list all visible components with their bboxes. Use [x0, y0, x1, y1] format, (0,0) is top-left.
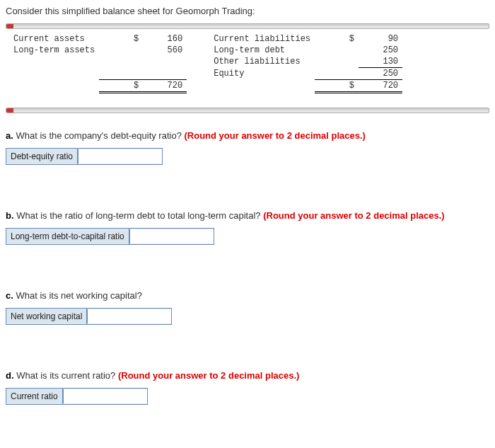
net-working-capital-input[interactable] [87, 309, 171, 323]
answer-row-c: Net working capital [6, 308, 172, 325]
question-a: a. What is the company's debt-equity rat… [6, 130, 489, 141]
liab-total-currency: $ [315, 80, 359, 93]
liab-currency [315, 56, 359, 68]
answer-label: Current ratio [6, 389, 63, 404]
question-prefix: b. [6, 210, 14, 221]
liab-label: Current liabilities [209, 33, 315, 45]
liab-total-value: 720 [359, 80, 402, 93]
question-prefix: c. [6, 290, 13, 301]
asset-label: Current assets [9, 33, 99, 45]
asset-total-currency: $ [99, 80, 143, 93]
answer-row-b: Long-term debt-to-capital ratio [6, 228, 214, 245]
table-scrollbar[interactable] [6, 23, 489, 29]
liab-value: 250 [359, 68, 402, 80]
question-text: What is the company's debt-equity ratio? [13, 130, 185, 141]
liab-label: Long-term debt [209, 45, 315, 56]
question-text: What is its net working capital? [13, 290, 142, 301]
liab-currency [315, 68, 359, 80]
liab-value: 90 [359, 33, 402, 45]
answer-label: Net working capital [6, 309, 87, 324]
asset-total-value: 720 [143, 80, 187, 93]
liab-label: Other liabilities [209, 56, 315, 68]
debt-equity-ratio-input[interactable] [78, 149, 162, 163]
liab-label: Equity [209, 68, 315, 80]
answer-label: Long-term debt-to-capital ratio [6, 229, 129, 244]
question-hint: (Round your answer to 2 decimal places.) [185, 130, 366, 141]
asset-currency [99, 45, 143, 56]
liab-currency: $ [315, 33, 359, 45]
answer-label: Debt-equity ratio [6, 149, 78, 164]
liab-currency [315, 45, 359, 56]
question-b: b. What is the ratio of long-term debt t… [6, 210, 489, 221]
question-text: What is its current ratio? [14, 370, 118, 381]
current-ratio-input[interactable] [63, 389, 147, 403]
balance-sheet-table: Current assets $ 160 Current liabilities… [9, 33, 402, 93]
answer-row-d: Current ratio [6, 388, 148, 405]
long-term-debt-to-capital-input[interactable] [129, 229, 214, 243]
question-text: What is the ratio of long-term debt to t… [14, 210, 264, 221]
question-d: d. What is its current ratio? (Round you… [6, 370, 489, 381]
liab-value: 130 [359, 56, 402, 68]
answer-row-a: Debt-equity ratio [6, 148, 163, 165]
question-c: c. What is its net working capital? [6, 290, 489, 301]
asset-label: Long-term assets [9, 45, 99, 56]
question-prefix: d. [6, 370, 14, 381]
liab-value: 250 [359, 45, 402, 56]
table-scrollbar[interactable] [6, 108, 489, 113]
asset-value: 560 [143, 45, 187, 56]
question-hint: (Round your answer to 2 decimal places.) [118, 370, 299, 381]
intro-text: Consider this simplified balance sheet f… [6, 6, 489, 16]
asset-value: 160 [143, 33, 187, 45]
question-hint: (Round your answer to 2 decimal places.) [263, 210, 444, 221]
asset-currency: $ [99, 33, 143, 45]
question-prefix: a. [6, 130, 13, 141]
